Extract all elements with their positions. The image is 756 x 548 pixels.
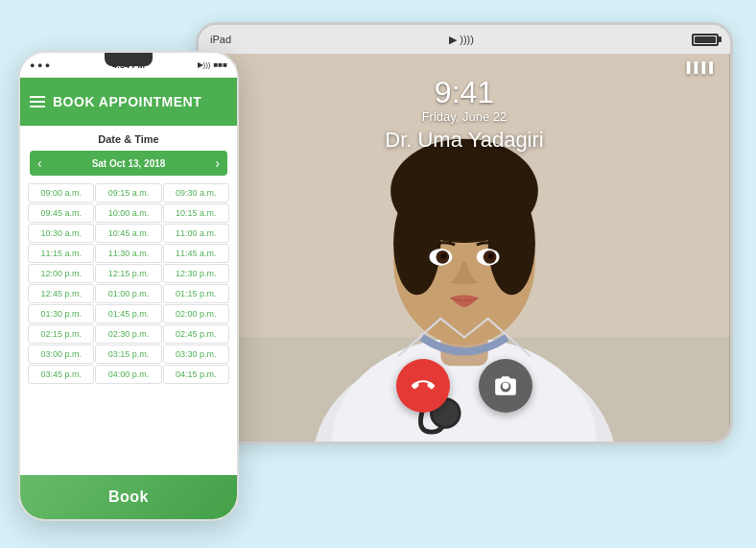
time-slot[interactable]: 10:45 a.m. [95, 224, 161, 243]
time-slot[interactable]: 12:15 p.m. [95, 264, 161, 283]
time-slot[interactable]: 11:00 a.m. [163, 224, 229, 243]
tablet-top-bar: iPad ▶ )))) [199, 25, 730, 54]
phone-header: BOOK APPOINTMENT [20, 78, 237, 126]
time-slot[interactable]: 03:00 p.m. [28, 345, 94, 364]
time-slot[interactable]: 02:00 p.m. [163, 304, 229, 323]
time-slot[interactable]: 10:15 a.m. [163, 203, 229, 223]
time-slot[interactable]: 01:45 p.m. [95, 304, 161, 323]
time-slot[interactable]: 12:30 p.m. [163, 264, 229, 283]
tablet-overlay: iPad ▐▐▐▐ 9:41 Friday, June 22 Dr. Uma Y… [199, 54, 730, 160]
time-slot[interactable]: 04:00 p.m. [95, 365, 161, 384]
time-slot[interactable]: 02:30 p.m. [95, 324, 161, 344]
time-slot[interactable]: 04:15 p.m. [163, 365, 229, 384]
time-slot[interactable]: 11:15 a.m. [28, 244, 94, 263]
time-slot[interactable]: 02:15 p.m. [28, 324, 94, 344]
time-slot[interactable]: 09:30 a.m. [163, 183, 229, 203]
end-call-button[interactable] [396, 359, 450, 413]
prev-date-button[interactable]: ‹ [37, 155, 42, 171]
phone-battery: ▶))) ■■■ [198, 60, 228, 69]
time-slot[interactable]: 03:45 p.m. [28, 365, 94, 384]
time-slot[interactable]: 01:15 p.m. [163, 284, 229, 303]
time-slot[interactable]: 01:30 p.m. [28, 304, 94, 323]
phone-header-title: BOOK APPOINTMENT [53, 94, 201, 109]
tablet-date: Friday, June 22 [422, 109, 508, 124]
date-navigator: ‹ Sat Oct 13, 2018 › [30, 151, 227, 176]
time-slot[interactable]: 10:30 a.m. [28, 224, 94, 243]
time-slot[interactable]: 09:45 a.m. [28, 203, 94, 223]
svg-point-15 [488, 253, 494, 259]
tablet-time: 9:41 [435, 77, 494, 107]
book-button[interactable]: Book [20, 475, 237, 519]
time-slot[interactable]: 03:30 p.m. [163, 345, 229, 364]
time-slots-grid: 09:00 a.m.09:15 a.m.09:30 a.m.09:45 a.m.… [20, 179, 237, 388]
camera-button[interactable] [479, 359, 532, 413]
date-time-label: Date & Time [30, 133, 227, 145]
tablet-controls [199, 359, 730, 413]
tablet-wifi-icon: ▶ )))) [449, 34, 474, 46]
time-slot[interactable]: 12:45 p.m. [28, 284, 94, 303]
time-slot[interactable]: 03:15 p.m. [95, 345, 161, 364]
date-time-section: Date & Time ‹ Sat Oct 13, 2018 › [20, 126, 237, 179]
book-button-label: Book [108, 488, 149, 506]
time-slot[interactable]: 11:45 a.m. [163, 244, 229, 263]
time-slot[interactable]: 02:45 p.m. [163, 324, 229, 344]
time-slot[interactable]: 09:15 a.m. [95, 183, 161, 203]
tablet-screen: iPad ▐▐▐▐ 9:41 Friday, June 22 Dr. Uma Y… [199, 54, 730, 441]
tablet-battery-text: ▐▐▐▐ [683, 61, 713, 73]
phone-status-icons: ● ● ● [30, 60, 50, 70]
tablet: iPad ▶ )))) [196, 22, 733, 444]
time-slot[interactable]: 11:30 a.m. [95, 244, 161, 263]
svg-point-14 [440, 253, 446, 259]
phone-time: 4:34 PM [112, 60, 145, 70]
time-slot[interactable]: 10:00 a.m. [95, 203, 161, 223]
scene: iPad ▶ )))) [13, 12, 743, 536]
selected-date: Sat Oct 13, 2018 [92, 158, 166, 169]
time-slot[interactable]: 12:00 p.m. [28, 264, 94, 283]
time-slot[interactable]: 01:00 p.m. [95, 284, 161, 303]
tablet-battery-icon [692, 34, 719, 46]
menu-icon[interactable] [30, 96, 45, 107]
end-call-icon [412, 374, 435, 397]
tablet-doctor-name: Dr. Uma Yadagiri [385, 128, 543, 153]
tablet-brand-label: iPad [210, 34, 231, 45]
time-slot[interactable]: 09:00 a.m. [28, 183, 94, 203]
next-date-button[interactable]: › [215, 155, 220, 171]
phone-content: Date & Time ‹ Sat Oct 13, 2018 › 09:00 a… [20, 126, 237, 475]
phone: ● ● ● 4:34 PM ▶))) ■■■ BOOK APPOINTMENT … [18, 51, 239, 521]
svg-point-9 [427, 153, 503, 209]
camera-icon [493, 373, 518, 398]
